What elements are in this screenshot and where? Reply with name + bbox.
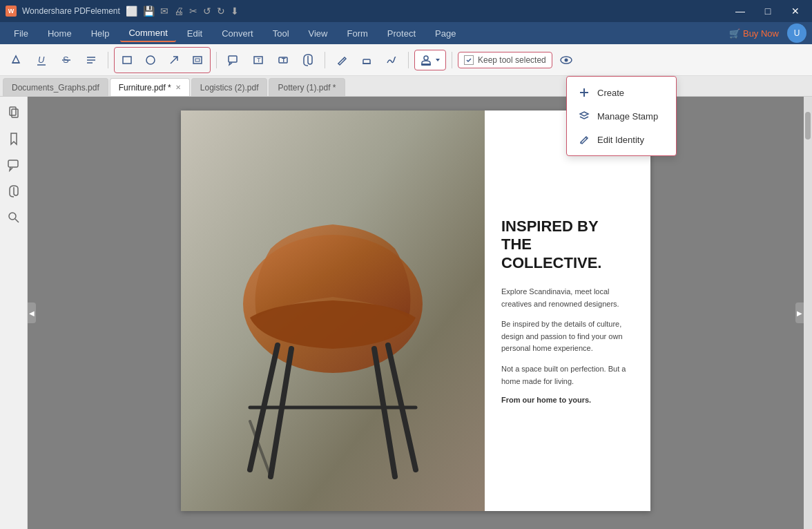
cart-icon: 🛒 (729, 28, 740, 39)
pdf-para1: Explore Scandinavia, meet local creative… (501, 286, 634, 310)
typewriter-tool[interactable]: T (272, 49, 294, 71)
rectangle-tool[interactable] (116, 49, 138, 71)
dropdown-create-item[interactable]: Create (567, 81, 676, 104)
svg-rect-26 (12, 109, 18, 117)
pdf-text-side: INSPIRED BY THE COLLECTIVE. Explore Scan… (485, 110, 650, 511)
callout-tool[interactable] (222, 49, 244, 71)
mail-icon[interactable]: ✉ (160, 6, 168, 17)
arrow-tool[interactable] (163, 49, 185, 71)
underline-tool[interactable]: U (30, 49, 52, 71)
menu-edit[interactable]: Edit (179, 26, 211, 41)
svg-point-24 (564, 58, 568, 61)
pdf-para2: Be inspired by the details of culture, d… (501, 318, 634, 355)
sign-tool[interactable] (380, 49, 403, 71)
right-scrollbar[interactable] (804, 97, 812, 529)
keep-tool-label: Keep tool selected (478, 55, 546, 65)
chair-illustration (181, 110, 485, 511)
circle-tool[interactable] (139, 49, 162, 71)
pencil-tool[interactable] (331, 49, 353, 71)
create-icon (578, 86, 590, 99)
scrollbar-thumb[interactable] (805, 112, 811, 140)
keep-tool-checkbox[interactable] (464, 55, 474, 65)
highlight-tool[interactable] (6, 49, 28, 71)
menu-page[interactable]: Page (427, 26, 464, 41)
sidebar-comment-button[interactable] (3, 155, 24, 175)
pdf-area-wrapper: ◀ (28, 97, 812, 529)
svg-marker-22 (436, 59, 440, 61)
title-bar: W Wondershare PDFelement ⬜ 💾 ✉ 🖨 ✂ ↺ ↻ ⬇… (0, 0, 812, 22)
menu-view[interactable]: View (300, 26, 336, 41)
eraser-tool[interactable] (356, 49, 378, 71)
undo-icon[interactable]: ↺ (203, 6, 211, 17)
maximize-button[interactable]: □ (757, 0, 779, 22)
main-area: ◀ (0, 97, 812, 529)
collapse-right-button[interactable]: ▶ (795, 302, 804, 323)
pdf-image-side (181, 110, 485, 511)
buy-now-button[interactable]: 🛒 Buy Now (724, 26, 784, 41)
stamp-button[interactable] (414, 50, 446, 70)
attach-file-tool[interactable] (297, 49, 319, 71)
dropdown-manage-stamp-item[interactable]: Manage Stamp (567, 104, 676, 128)
new-window-icon[interactable]: ⬜ (126, 6, 137, 17)
left-sidebar (0, 97, 28, 529)
strikethrough-tool[interactable]: S (55, 49, 77, 71)
menu-comment[interactable]: Comment (120, 25, 175, 42)
text-box-tool[interactable]: T (247, 49, 269, 71)
menu-form[interactable]: Form (339, 26, 376, 41)
area-tool[interactable] (186, 49, 209, 71)
stamp-dropdown-menu: Create Manage Stamp Edit Identity (566, 76, 677, 156)
separator-2 (216, 52, 217, 68)
tab-documents-graphs[interactable]: Documents_Graphs.pdf (3, 78, 108, 96)
user-avatar[interactable]: U (787, 23, 806, 43)
close-button[interactable]: ✕ (784, 0, 806, 22)
redo-icon[interactable]: ↻ (217, 6, 225, 17)
pdf-page: INSPIRED BY THE COLLECTIVE. Explore Scan… (181, 110, 650, 511)
save-icon[interactable]: 💾 (143, 6, 155, 17)
svg-line-29 (15, 219, 19, 222)
download-icon[interactable]: ⬇ (231, 6, 239, 17)
svg-rect-13 (229, 56, 237, 62)
sidebar-bookmark-button[interactable] (3, 128, 24, 149)
sidebar-pages-button[interactable] (3, 102, 24, 123)
minimize-button[interactable]: — (729, 0, 751, 22)
tab-logistics[interactable]: Logistics (2).pdf (191, 78, 268, 96)
sidebar-attach-button[interactable] (3, 181, 24, 202)
edit-icon (578, 133, 590, 146)
app-title: Wondershare PDFelement (22, 6, 120, 16)
separator-5 (452, 52, 452, 68)
menu-convert[interactable]: Convert (213, 26, 262, 41)
menu-protect[interactable]: Protect (379, 26, 424, 41)
svg-rect-21 (421, 64, 431, 66)
menu-home[interactable]: Home (39, 26, 80, 41)
menu-file[interactable]: File (6, 26, 37, 41)
toolbar: U S T T (0, 44, 812, 76)
layers-icon (578, 110, 590, 122)
tab-pottery[interactable]: Pottery (1).pdf * (269, 78, 345, 96)
tab-furniture-close[interactable]: ✕ (175, 84, 181, 91)
menu-tool[interactable]: Tool (264, 26, 298, 41)
pdf-para4: From our home to yours. (501, 396, 634, 404)
scissors-icon[interactable]: ✂ (189, 6, 197, 17)
svg-text:T: T (257, 57, 261, 64)
svg-rect-12 (195, 59, 200, 61)
svg-marker-40 (580, 112, 588, 116)
tabs-bar: Documents_Graphs.pdf Furniture.pdf * ✕ L… (0, 76, 812, 97)
collapse-left-button[interactable]: ◀ (28, 302, 36, 323)
separator-4 (408, 52, 409, 68)
sidebar-search-button[interactable] (3, 207, 24, 228)
text-comment-tool[interactable] (80, 49, 102, 71)
eye-button[interactable] (555, 49, 577, 71)
tab-furniture[interactable]: Furniture.pdf * ✕ (110, 78, 190, 96)
menu-help[interactable]: Help (83, 26, 118, 41)
dropdown-edit-identity-item[interactable]: Edit Identity (567, 128, 676, 151)
svg-rect-25 (10, 107, 16, 115)
print-icon[interactable]: 🖨 (174, 6, 184, 17)
svg-rect-27 (8, 160, 18, 167)
pdf-heading: INSPIRED BY THE COLLECTIVE. (501, 218, 634, 272)
svg-line-10 (171, 57, 177, 64)
pdf-viewer: INSPIRED BY THE COLLECTIVE. Explore Scan… (28, 97, 804, 529)
svg-rect-18 (363, 59, 370, 64)
shape-tools-group (114, 47, 211, 73)
svg-point-28 (9, 213, 16, 220)
svg-point-20 (424, 56, 428, 60)
